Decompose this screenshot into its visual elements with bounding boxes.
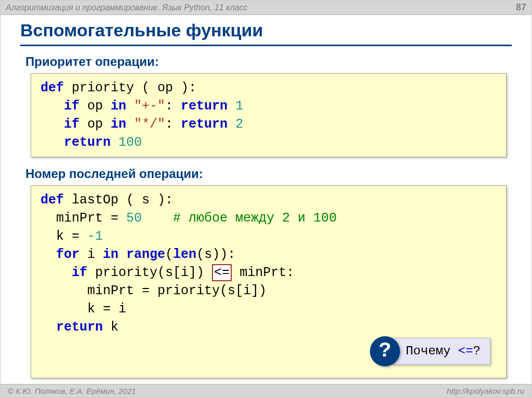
slide-footer: © К.Ю. Поляков, Е.А. Ерёмин, 2021 http:/… (1, 384, 531, 397)
code-comment: # любое между 2 и 100 (173, 211, 337, 226)
question-text: Почему <=? (393, 338, 490, 365)
slide-content: Вспомогательные функции Приоритет операц… (1, 15, 531, 378)
section-heading-priority: Приоритет операции: (25, 54, 512, 69)
main-title: Вспомогательные функции (20, 20, 512, 46)
footer-url: http://kpolyakov.spb.ru (447, 387, 524, 395)
code-block-lastop: def lastOp ( s ): minPrt = 50 # любое ме… (31, 185, 507, 378)
footer-copyright: © К.Ю. Поляков, Е.А. Ерёмин, 2021 (8, 387, 136, 395)
highlighted-operator: <= (212, 264, 232, 281)
header-title: Алгоритмизация и программирование. Язык … (6, 3, 248, 12)
slide-header: Алгоритмизация и программирование. Язык … (1, 1, 531, 15)
question-mark-icon: ? (370, 336, 400, 366)
code-block-priority: def priority ( op ): if op in "+-": retu… (31, 73, 507, 157)
section-heading-lastop: Номер последней операции: (25, 167, 512, 181)
question-callout: ? Почему <=? (370, 336, 490, 366)
page-number: 87 (516, 2, 526, 13)
